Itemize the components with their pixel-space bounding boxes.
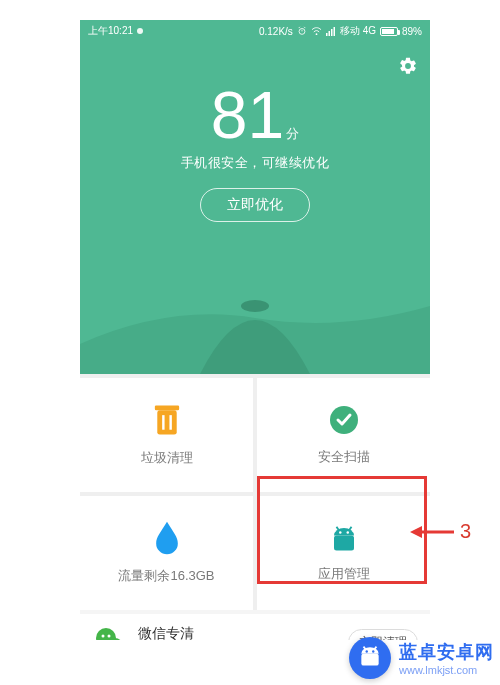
status-speed: 0.12K/s xyxy=(259,26,293,37)
svg-point-4 xyxy=(315,33,317,35)
tile-data-label: 流量剩余16.3GB xyxy=(118,567,214,585)
watermark-title: 蓝卓安卓网 xyxy=(399,640,494,664)
promo-title: 微信专清 xyxy=(138,625,338,641)
status-indicator-icon xyxy=(137,28,143,34)
svg-rect-7 xyxy=(331,29,333,36)
svg-rect-13 xyxy=(169,415,171,430)
optimize-label: 立即优化 xyxy=(227,196,283,214)
gear-icon xyxy=(398,56,418,76)
tile-data-usage[interactable]: 流量剩余16.3GB xyxy=(80,496,253,610)
watermark-url: www.lmkjst.com xyxy=(399,664,494,676)
promo-texts: 微信专清 清理微信垃圾，释放手机内存 xyxy=(138,625,338,641)
tile-security-scan[interactable]: 安全扫描 xyxy=(257,378,430,492)
alarm-icon xyxy=(297,26,307,36)
svg-point-31 xyxy=(372,650,374,652)
score-display: 81分 手机很安全，可继续优化 xyxy=(80,42,430,172)
wechat-clean-icon xyxy=(92,624,128,640)
svg-rect-5 xyxy=(326,33,328,36)
android-icon xyxy=(329,523,359,553)
status-carrier: 移动 4G xyxy=(340,24,376,38)
wifi-icon xyxy=(311,27,322,36)
svg-rect-29 xyxy=(361,654,378,666)
shield-check-icon xyxy=(328,404,360,436)
trash-icon xyxy=(152,403,182,437)
water-drop-icon xyxy=(154,521,180,555)
svg-marker-28 xyxy=(410,526,422,538)
svg-point-22 xyxy=(102,635,105,638)
svg-point-30 xyxy=(366,650,368,652)
tile-scan-label: 安全扫描 xyxy=(318,448,370,466)
signal-icon xyxy=(326,27,336,36)
tile-trash-clean[interactable]: 垃圾清理 xyxy=(80,378,253,492)
svg-line-19 xyxy=(349,527,352,531)
phone-frame: 上午10:21 0.12K/s 移动 4G 89% xyxy=(80,20,430,640)
settings-button[interactable] xyxy=(398,56,418,76)
svg-line-2 xyxy=(299,27,300,28)
watermark-texts: 蓝卓安卓网 www.lmkjst.com xyxy=(399,640,494,676)
statusbar-left: 上午10:21 xyxy=(88,24,143,38)
svg-rect-12 xyxy=(162,415,164,430)
svg-point-9 xyxy=(241,300,269,312)
statusbar-right: 0.12K/s 移动 4G 89% xyxy=(259,24,422,38)
tile-app-management[interactable]: 应用管理 xyxy=(257,496,430,610)
tile-apps-label: 应用管理 xyxy=(318,565,370,583)
svg-rect-6 xyxy=(328,31,330,36)
optimize-button[interactable]: 立即优化 xyxy=(200,188,310,222)
feature-grid: 垃圾清理 安全扫描 流量剩余16.3GB 应用管理 xyxy=(80,374,430,610)
score-subtitle: 手机很安全，可继续优化 xyxy=(80,154,430,172)
watermark-badge-icon xyxy=(349,637,391,679)
arrow-left-icon xyxy=(410,523,454,541)
svg-line-18 xyxy=(336,527,339,531)
svg-point-23 xyxy=(108,635,111,638)
annotation-step-number: 3 xyxy=(460,520,471,543)
svg-point-16 xyxy=(339,531,342,534)
battery-icon xyxy=(380,27,398,36)
tile-trash-label: 垃圾清理 xyxy=(141,449,193,467)
svg-rect-11 xyxy=(154,405,178,410)
svg-point-20 xyxy=(96,628,116,640)
status-time: 上午10:21 xyxy=(88,24,133,38)
annotation-arrow: 3 xyxy=(410,520,471,543)
svg-line-3 xyxy=(304,27,305,28)
svg-rect-15 xyxy=(334,536,354,551)
hero: 81分 手机很安全，可继续优化 立即优化 xyxy=(80,42,430,374)
hero-illustration xyxy=(80,284,430,374)
status-battery-pct: 89% xyxy=(402,26,422,37)
svg-point-17 xyxy=(346,531,349,534)
watermark: 蓝卓安卓网 www.lmkjst.com xyxy=(349,637,494,679)
svg-line-33 xyxy=(374,647,376,650)
score-unit: 分 xyxy=(286,126,299,141)
status-bar: 上午10:21 0.12K/s 移动 4G 89% xyxy=(80,20,430,42)
svg-line-32 xyxy=(364,647,366,650)
svg-rect-8 xyxy=(333,27,335,36)
score-value: 81 xyxy=(211,82,284,148)
svg-rect-10 xyxy=(157,410,176,434)
